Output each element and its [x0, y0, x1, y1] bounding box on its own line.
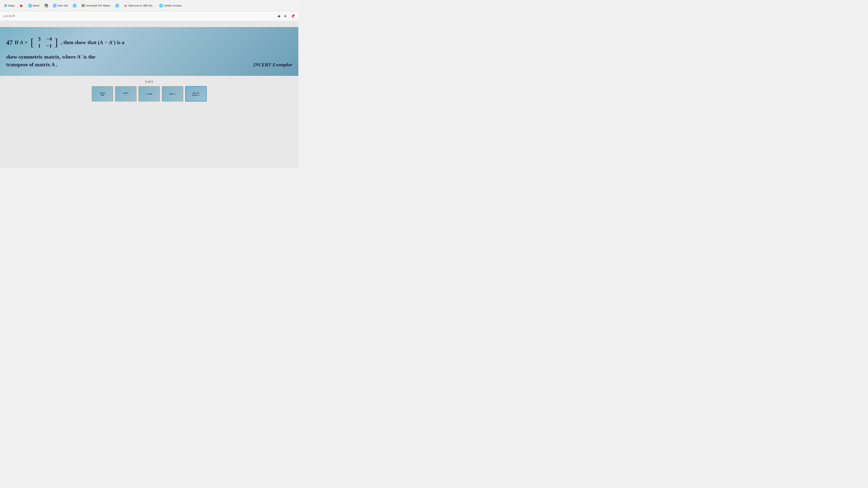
bookmark-globe2[interactable]: 🌐 [71, 3, 79, 8]
matrix-display: [ 3 −4 1 −1 ] [31, 35, 58, 50]
matrix-bracket-left: [ [31, 37, 34, 48]
then-show-text: , then show that (A − A′) is a [61, 39, 124, 45]
thumb1-text: matrixfind [99, 92, 105, 96]
matrix-r1c2: −4 [45, 36, 53, 42]
matrix-bracket-right: ] [54, 37, 58, 48]
thumb4-text: find A + [169, 93, 176, 95]
thumbnail-strip: matrixfind matrix→ = 2 find find A + sho… [92, 86, 207, 101]
adobe-icon: 🌐 [159, 4, 163, 7]
math-line1: 47 If A = [ 3 −4 1 −1 ] , then show that… [6, 35, 124, 50]
bookmark-news[interactable]: 🌐 News [26, 3, 42, 8]
line2-text: skew-symmetric matrix, where A′ is the [6, 54, 95, 60]
bookmark-youtube[interactable]: ▶ [18, 3, 25, 8]
thumb5-text: show thematrix, w [192, 92, 200, 96]
back-button[interactable]: ◀ [277, 14, 280, 18]
bookmark-maps[interactable]: 🗺️ Maps [2, 3, 17, 8]
math-line3: transpose of matrix A . [NCERT Exemplar [6, 62, 292, 68]
thumbnail-4[interactable]: find A + [162, 86, 183, 101]
math-content: 47 If A = [ 3 −4 1 −1 ] , then show that… [6, 35, 292, 68]
question-number: 47 [6, 39, 12, 46]
matrix-r2c2: −1 [45, 43, 53, 49]
ncert-label: [NCERT Exemplar [253, 62, 292, 67]
line3-text: transpose of matrix A . [6, 62, 57, 68]
thumbnail-1[interactable]: matrixfind [92, 86, 113, 101]
globe-icon-2: 🌐 [53, 4, 57, 7]
thumbnail-2[interactable]: matrix→ [115, 86, 136, 101]
address-bar-row: y at 16:25 ◀ ★ 📌 [0, 11, 298, 21]
maps-icon: 🗺️ [4, 4, 7, 7]
globe-icon-1: 🌐 [28, 4, 32, 7]
page-indicator: 5 of 5 [146, 80, 153, 84]
thumbnail-5[interactable]: show thematrix, w [185, 86, 207, 101]
thumbnail-3[interactable]: = 2 find [138, 86, 160, 101]
math-line2: skew-symmetric matrix, where A′ is the [6, 54, 95, 60]
bookmark-star-icon[interactable]: ★ [284, 14, 287, 18]
globe-icon-4: 🌐 [115, 4, 119, 7]
globe-icon-3: 🌐 [73, 4, 76, 7]
gif-icon: 🎞️ [81, 4, 85, 7]
gmail-icon: M [124, 4, 127, 7]
bookmark-gif-maker[interactable]: 🎞️ Animated GIF Maker [79, 3, 113, 8]
browser-actions: ◀ ★ 📌 [277, 14, 295, 18]
main-content: 47 If A = [ 3 −4 1 −1 ] , then show that… [0, 21, 298, 168]
if-a-equals: If A = [14, 39, 28, 45]
math-banner: 47 If A = [ 3 −4 1 −1 ] , then show that… [0, 27, 298, 76]
matrix-r1c1: 3 [35, 36, 43, 42]
pin-icon[interactable]: 📌 [290, 14, 295, 18]
timestamp: y at 16:25 [3, 14, 15, 18]
bookmark-google[interactable] [42, 3, 50, 8]
youtube-icon: ▶ [20, 4, 23, 7]
bookmark-adobe[interactable]: 🌐 Adobe Acrobat [157, 3, 183, 8]
thumb2-text: matrix→ [123, 92, 129, 96]
google-icon [44, 4, 48, 7]
matrix-cells: 3 −4 1 −1 [34, 35, 54, 50]
matrix-r2c1: 1 [35, 43, 43, 49]
bookmark-globe3[interactable]: 🌐 [113, 3, 121, 8]
browser-toolbar: 🗺️ Maps ▶ 🌐 News 🌐 New Tab 🌐 🎞️ Animated… [0, 0, 298, 11]
thumb3-text: = 2 find [146, 93, 153, 95]
bookmark-newtab[interactable]: 🌐 New Tab [51, 3, 70, 8]
bookmark-gmail[interactable]: M Welcome to IBM Ski... [122, 3, 157, 8]
